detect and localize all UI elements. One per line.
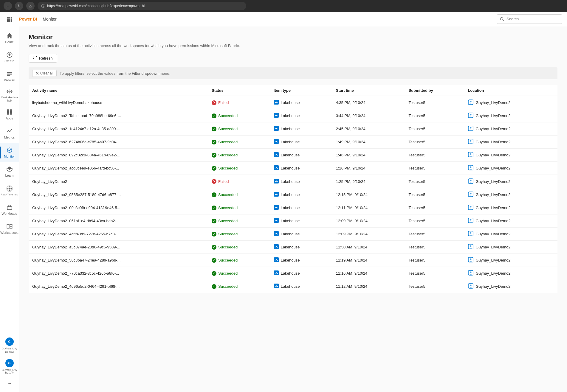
succeeded-icon: ✓ <box>212 113 216 118</box>
activity-name-text: livybatchdemo_withLivyDemoLakehouse <box>32 100 102 105</box>
activity-name-text: Guyhay_LivyDemo2_4c5f43d9-727e-4265-b7c8… <box>32 232 119 236</box>
col-start-time[interactable]: Start time <box>332 85 405 96</box>
brand-name[interactable]: Power BI <box>19 17 37 21</box>
table-row[interactable]: livybatchdemo_withLivyDemoLakehouse✕Fail… <box>29 96 557 109</box>
table-row[interactable]: Guyhay_LivyDemo2_1c4124c7-e12a-4a35-a399… <box>29 122 557 136</box>
status-text: Succeeded <box>218 192 238 197</box>
col-location[interactable]: Location <box>464 85 557 96</box>
item-type-text: Lakehouse <box>281 206 300 210</box>
clear-all-button[interactable]: Clear all <box>32 70 57 77</box>
table-row[interactable]: Guyhay_LivyDemo2_TableLoad_79a988be-69e6… <box>29 109 557 122</box>
start-time-cell: 12:15 PM, 9/10/24 <box>332 188 405 201</box>
svg-point-39 <box>470 127 472 129</box>
sidebar-item-onelake[interactable]: OneLake data hub <box>0 86 19 105</box>
svg-point-33 <box>276 115 277 116</box>
sidebar-item-metrics[interactable]: Metrics <box>0 124 19 143</box>
submitted-by-cell: Testuser5 <box>405 280 464 293</box>
home-browser-button[interactable]: ⌂ <box>26 2 35 10</box>
start-time-cell: 2:45 PM, 9/10/24 <box>332 122 405 136</box>
sidebar-more-button[interactable]: ••• <box>0 378 19 390</box>
main-layout: Home Create Browse OneLake data hub Apps… <box>0 26 567 392</box>
location-text: Guyhay_LivyDemo2 <box>475 113 510 118</box>
location-cell: Guyhay_LivyDemo2 <box>464 122 557 136</box>
refresh-button[interactable]: Refresh <box>29 54 57 63</box>
workspace-avatar-1: G <box>5 337 14 346</box>
sidebar-item-realtime[interactable]: Real-Time hub <box>0 181 19 200</box>
status-cell: ✓Succeeded <box>208 136 270 149</box>
table-row[interactable]: Guyhay_LivyDemo2_9585e287-5189-47d6-b877… <box>29 188 557 201</box>
activity-name-text: Guyhay_LivyDemo2_092c32c9-884a-461b-89e2… <box>32 153 120 157</box>
item-type-text: Lakehouse <box>281 219 300 223</box>
col-submitted-by[interactable]: Submitted by <box>405 85 464 96</box>
table-row[interactable]: Guyhay_LivyDemo2_4d96a5d2-0464-4291-bf68… <box>29 280 557 293</box>
status-cell: ✓Succeeded <box>208 267 270 280</box>
sidebar-workspace-2[interactable]: G Guyhay_Livy Demo2 <box>0 356 19 378</box>
sidebar-item-apps[interactable]: Apps <box>0 105 19 124</box>
location-cell: Guyhay_LivyDemo2 <box>464 280 557 293</box>
svg-point-69 <box>276 233 277 234</box>
activity-name-cell: livybatchdemo_withLivyDemoLakehouse <box>29 96 208 109</box>
row-more-button[interactable]: ••• <box>79 178 86 185</box>
submitted-by-cell: Testuser5 <box>405 136 464 149</box>
col-status[interactable]: Status <box>208 85 270 96</box>
table-row[interactable]: Guyhay_LivyDemo2_00c3c0fb-e904-413f-9e46… <box>29 201 557 214</box>
sidebar-item-workspaces[interactable]: Workspaces <box>0 219 19 238</box>
location-cell: Guyhay_LivyDemo2 <box>464 109 557 122</box>
activity-name-text: Guyhay_LivyDemo2_6274b06a-c785-4a07-9c04… <box>32 140 120 144</box>
status-text: Succeeded <box>218 166 238 170</box>
url-bar[interactable]: https://msit.powerbi.com/monitoringhub?e… <box>38 2 246 10</box>
item-type-text: Lakehouse <box>281 232 300 236</box>
table-row[interactable]: Guyhay_LivyDemo2_061af1e4-db94-43ca-bdb2… <box>29 214 557 228</box>
col-item-type[interactable]: Item type <box>270 85 332 96</box>
status-cell: ✓Succeeded <box>208 109 270 122</box>
filter-bar: Clear all To apply filters, select the v… <box>29 67 557 79</box>
item-type-cell: Lakehouse <box>270 188 332 201</box>
location-cell: Guyhay_LivyDemo2 <box>464 188 557 201</box>
activity-name-text: Guyhay_LivyDemo2_061af1e4-db94-43ca-bdb2… <box>32 219 120 223</box>
sidebar-label-home: Home <box>5 40 14 44</box>
sidebar-item-learn[interactable]: Learn <box>0 162 19 181</box>
succeeded-icon: ✓ <box>212 192 216 197</box>
lakehouse-icon <box>274 218 279 224</box>
svg-point-79 <box>470 259 472 260</box>
refresh-browser-button[interactable]: ↻ <box>15 2 23 10</box>
start-time-cell: 11:50 AM, 9/10/24 <box>332 241 405 254</box>
status-text: Failed <box>218 100 229 105</box>
sidebar-item-workloads[interactable]: Workloads <box>0 200 19 219</box>
grid-menu-icon[interactable] <box>5 14 14 24</box>
location-text: Guyhay_LivyDemo2 <box>475 284 510 289</box>
succeeded-icon: ✓ <box>212 232 216 237</box>
sidebar-item-create[interactable]: Create <box>0 48 19 67</box>
sidebar-item-home[interactable]: Home <box>0 29 19 48</box>
sidebar-item-browse[interactable]: Browse <box>0 67 19 86</box>
activity-name-cell: Guyhay_LivyDemo2_4d96a5d2-0464-4291-bf68… <box>29 280 208 293</box>
svg-rect-22 <box>10 112 12 115</box>
location-text: Guyhay_LivyDemo2 <box>475 232 510 236</box>
table-row[interactable]: Guyhay_LivyDemo2_092c32c9-884a-461b-89e2… <box>29 149 557 162</box>
back-button[interactable]: ← <box>4 2 12 10</box>
row-info-button[interactable]: ℹ <box>69 178 77 185</box>
col-activity-name[interactable]: Activity name <box>29 85 208 96</box>
activity-name-text: Guyhay_LivyDemo2_56c8ba47-24ea-4289-a9bb… <box>32 258 120 262</box>
svg-rect-7 <box>9 20 10 22</box>
location-icon <box>468 231 474 237</box>
table-row[interactable]: Guyhay_LivyDemo2_6274b06a-c785-4a07-9c04… <box>29 136 557 149</box>
table-row[interactable]: Guyhay_LivyDemo2_acd3cee9-e056-4afd-bc56… <box>29 162 557 175</box>
sidebar-label-create: Create <box>4 59 14 63</box>
svg-point-37 <box>276 128 277 129</box>
table-row[interactable]: Guyhay_LivyDemo2_a3c074ae-20d6-49c6-9509… <box>29 241 557 254</box>
start-time-cell: 1:49 PM, 9/10/24 <box>332 136 405 149</box>
item-type-cell: Lakehouse <box>270 214 332 228</box>
sidebar-workspace-1[interactable]: G Guyhay_Livy Demo2 <box>0 335 19 356</box>
submitted-by-cell: Testuser5 <box>405 149 464 162</box>
table-row[interactable]: Guyhay_LivyDemo2ℹ•••✕FailedLakehouse1:25… <box>29 175 557 188</box>
status-text: Succeeded <box>218 140 238 144</box>
table-row[interactable]: Guyhay_LivyDemo2_4c5f43d9-727e-4265-b7c8… <box>29 228 557 241</box>
table-row[interactable]: Guyhay_LivyDemo2_56c8ba47-24ea-4289-a9bb… <box>29 254 557 267</box>
svg-rect-15 <box>7 74 12 74</box>
table-row[interactable]: Guyhay_LivyDemo2_770ca332-8c5c-426b-a8f6… <box>29 267 557 280</box>
svg-rect-27 <box>7 207 12 210</box>
search-box[interactable]: Search <box>497 14 562 24</box>
url-text: https://msit.powerbi.com/monitoringhub?e… <box>47 4 145 8</box>
sidebar-item-monitor[interactable]: Monitor <box>0 143 19 162</box>
